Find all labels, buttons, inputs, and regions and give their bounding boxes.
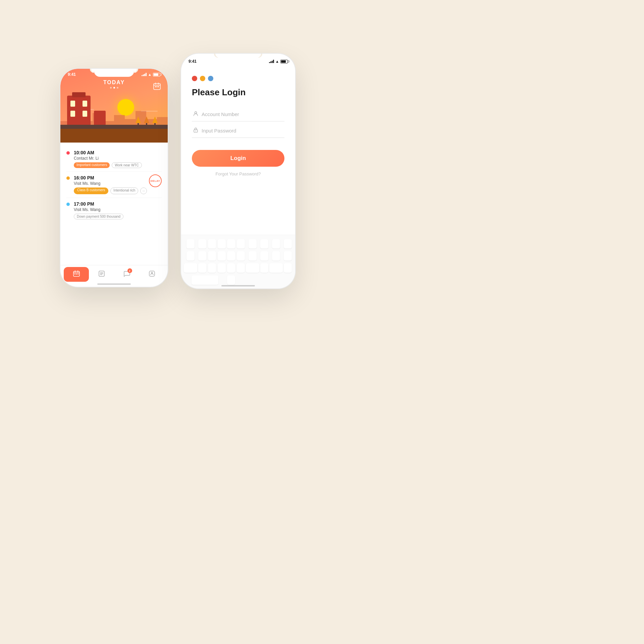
key-g [227,251,235,261]
status-time-right: 9:41 [189,59,197,64]
key-space [192,275,218,285]
home-indicator-right [221,285,255,286]
nav-item-profile[interactable] [139,267,164,282]
key-s [198,251,206,261]
item-time-1: 10:00 AM [74,150,162,155]
item-tags-3: Down payment 500 thousand [74,214,162,219]
notch-right [218,54,258,62]
battery-icon [153,73,160,76]
item-title-2: Visit Ms. Wang [74,181,162,186]
tag-more-options[interactable]: ··· [140,187,147,194]
battery-icon-right [280,60,288,63]
svg-point-20 [195,112,197,114]
key-h [237,251,245,261]
status-icons-right: ▲ [269,59,288,63]
item-time-3: 17:00 PM [74,201,162,207]
key-t [227,239,235,249]
key-w [198,239,206,249]
item-content-1: 10:00 AM Contact Mr. Li Important custom… [74,150,162,168]
key-m [246,263,259,273]
tag-down-payment[interactable]: Down payment 500 thousand [74,214,123,219]
today-label: TODAY [60,79,168,86]
window-1 [70,101,75,107]
person-icon [193,111,198,117]
key-123 [269,263,283,273]
lock-icon [193,127,198,133]
key-p [284,239,292,249]
key-l [272,251,280,261]
key-n [237,263,245,273]
list-nav-icon [98,270,105,279]
dot-3[interactable] [117,87,118,89]
login-button[interactable]: Login [192,150,284,167]
signal-bar-3 [144,74,145,76]
password-placeholder[interactable]: Input Password [202,128,283,133]
item-content-3: 17:00 PM Visit Ms. Wang Down payment 500… [74,201,162,219]
wifi-icon-right: ▲ [275,59,279,63]
forgot-password-link[interactable]: Forgot Your Password? [192,171,284,176]
tag-work-near-wtc[interactable]: Work near WTC [112,162,142,168]
calendar-icon[interactable] [152,82,162,91]
account-number-placeholder[interactable]: Account Number [202,111,283,117]
red-dot [192,76,197,81]
schedule-item-2[interactable]: 16:00 PM Visit Ms. Wang Class B customer… [66,172,162,198]
calendar-nav-icon [73,270,80,279]
item-content-2: 16:00 PM Visit Ms. Wang Class B customer… [74,175,162,194]
profile-nav-icon [149,270,155,279]
item-title-3: Visit Ms. Wang [74,207,162,212]
nav-item-messages[interactable]: 2 [114,267,139,282]
schedule-item-3[interactable]: 17:00 PM Visit Ms. Wang Down payment 500… [66,198,162,223]
item-tags-2: Class B customers Intentional rich ··· [74,187,162,194]
nav-item-list[interactable] [89,267,114,282]
key-r [218,239,226,249]
signal-bar-r1 [269,62,270,63]
account-number-field[interactable]: Account Number [192,107,284,121]
ground-illustration [60,127,168,143]
item-tags-1: Important customers Work near WTC [74,162,162,168]
key-f [218,251,226,261]
signal-bar-r2 [270,61,271,63]
key-e [208,239,216,249]
key-emoji [284,263,292,273]
window-3 [70,111,75,117]
key-j [249,251,257,261]
status-icons-left: ▲ [142,72,160,76]
key-i [260,239,268,249]
key-b [227,263,235,273]
yellow-dot [200,76,205,81]
key-y [237,239,245,249]
key-backspace [260,263,268,273]
dot-2[interactable] [113,87,115,89]
svg-rect-12 [76,274,77,275]
signal-icon [142,73,147,76]
phone-right: 9:41 ▲ [181,54,295,288]
schedule-item-1[interactable]: 10:00 AM Contact Mr. Li Important custom… [66,147,162,172]
tree-top-2 [144,116,149,123]
key-return [227,275,235,285]
nav-item-calendar[interactable] [64,267,89,282]
svg-rect-13 [77,274,78,275]
signal-icon-right [269,60,274,63]
schedule-list: 10:00 AM Contact Mr. Li Important custom… [60,143,168,265]
wifi-icon: ▲ [148,72,152,76]
svg-rect-4 [155,86,156,87]
item-time-2: 16:00 PM [74,175,162,180]
hero-area: 9:41 ▲ TODAY [60,69,168,143]
svg-rect-5 [157,86,158,87]
window-4 [83,111,87,117]
key-d [208,251,216,261]
key-v [218,263,226,273]
dot-1[interactable] [110,87,112,89]
key-z [184,263,197,273]
tag-intentional-rich[interactable]: Intentional rich [110,187,138,194]
carousel-dots [60,87,168,89]
signal-bar-r4 [273,60,274,63]
login-title: Please Login [192,87,284,98]
tag-class-b-customers[interactable]: Class B customers [74,187,108,194]
item-dot-2 [66,176,70,180]
item-dot-1 [66,151,70,155]
password-field[interactable]: Input Password [192,123,284,138]
status-bar-left: 9:41 ▲ [60,69,168,77]
svg-point-22 [196,131,196,131]
tag-important-customers[interactable]: Important customers [74,162,110,168]
